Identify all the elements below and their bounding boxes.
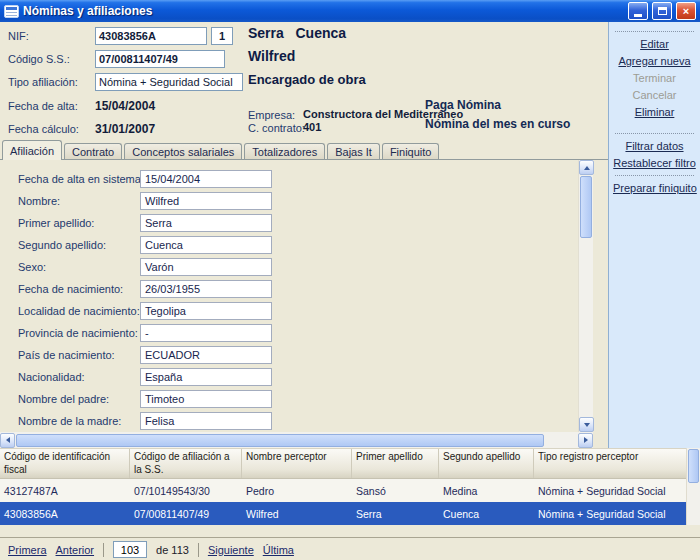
- nif-label: NIF:: [8, 30, 29, 42]
- nationality-label: Nacionalidad:: [18, 371, 140, 383]
- birth-province-input[interactable]: -: [140, 324, 272, 342]
- ss-code-label: Código S.S.:: [8, 53, 70, 65]
- maximize-icon: [658, 7, 667, 15]
- pager-previous-button[interactable]: Anterior: [56, 544, 95, 556]
- sidebar-separator: [615, 175, 694, 176]
- birth-date-input[interactable]: 26/03/1955: [140, 280, 272, 298]
- sidebar-item-agregar-nueva[interactable]: Agregar nueva: [613, 53, 696, 70]
- birth-town-input[interactable]: Tegolipa: [140, 302, 272, 320]
- scroll-up-button[interactable]: [579, 160, 594, 175]
- start-date-value: 15/04/2004: [95, 99, 155, 113]
- bottom-spacer: [0, 525, 700, 537]
- payroll-status-display: Nómina del mes en curso: [425, 117, 570, 131]
- name-display: Wilfred: [248, 48, 295, 64]
- v-scroll-track[interactable]: [579, 239, 593, 417]
- second-surname-input[interactable]: Cuenca: [140, 236, 272, 254]
- tab-bajas-it[interactable]: Bajas It: [327, 143, 380, 160]
- pager-next-button[interactable]: Siguiente: [208, 544, 254, 556]
- affiliation-type-label: Tipo afiliación:: [8, 76, 78, 88]
- grid-header-row: Código de identificación fiscal Código d…: [0, 448, 686, 479]
- scroll-down-button[interactable]: [579, 417, 594, 432]
- cell-segundo-apellido: Medina: [439, 485, 534, 497]
- birth-province-label: Provincia de nacimiento:: [18, 327, 140, 339]
- close-icon: ×: [683, 5, 689, 17]
- mother-name-input[interactable]: Felisa: [140, 412, 272, 430]
- main-body: NIF: 43083856A 1 Serra Cuenca Código S.S…: [0, 22, 700, 448]
- nif-input[interactable]: 43083856A: [95, 27, 207, 45]
- column-header-primer-apellido[interactable]: Primer apellido: [352, 449, 439, 478]
- contract-label: C. contrato:: [248, 122, 305, 134]
- vertical-scrollbar[interactable]: [578, 160, 593, 432]
- scroll-up-icon: [584, 166, 590, 170]
- scroll-left-icon: [6, 437, 10, 443]
- birth-town-label: Localidad de nacimiento:: [18, 305, 140, 317]
- column-header-ss-code[interactable]: Código de afiliación a la S.S.: [130, 449, 242, 478]
- v-scroll-thumb[interactable]: [580, 176, 592, 238]
- sex-input[interactable]: Varón: [140, 258, 272, 276]
- calc-date-label: Fecha cálculo:: [8, 123, 79, 135]
- tab-totalizadores[interactable]: Totalizadores: [244, 143, 325, 160]
- sidebar-item-filtrar-datos[interactable]: Filtrar datos: [613, 138, 696, 155]
- cell-primer-apellido: Sansó: [352, 485, 439, 497]
- column-header-nombre[interactable]: Nombre perceptor: [242, 449, 352, 478]
- table-row-selected[interactable]: 43083856A 07/00811407/49 Wilfred Serra C…: [0, 502, 686, 525]
- contract-value: 401: [303, 121, 321, 133]
- cell-tipo-registro: Nómina + Seguridad Social: [534, 508, 686, 520]
- scroll-left-button[interactable]: [0, 433, 15, 448]
- mother-name-label: Nombre de la madre:: [18, 415, 140, 427]
- cell-primer-apellido: Serra: [352, 508, 439, 520]
- system-start-date-input[interactable]: 15/04/2004: [140, 170, 272, 188]
- nationality-input[interactable]: España: [140, 368, 272, 386]
- job-title-display: Encargado de obra: [248, 72, 366, 87]
- tab-bar: Afiliación Contrato Conceptos salariales…: [0, 140, 608, 160]
- column-header-tipo-registro[interactable]: Tipo registro perceptor: [534, 449, 686, 478]
- scroll-right-button[interactable]: [578, 433, 593, 448]
- grid-scroll-thumb[interactable]: [688, 449, 699, 483]
- second-surname-label: Segundo apellido:: [18, 239, 140, 251]
- tab-afiliacion[interactable]: Afiliación: [2, 140, 62, 160]
- table-row[interactable]: 43127487A 07/10149543/30 Pedro Sansó Med…: [0, 479, 686, 502]
- affiliation-type-combo[interactable]: Nómina + Seguridad Social: [95, 73, 243, 91]
- birth-country-input[interactable]: ECUADOR: [140, 346, 272, 364]
- sidebar-item-terminar: Terminar: [613, 70, 696, 87]
- birth-date-label: Fecha de nacimiento:: [18, 283, 140, 295]
- minimize-button[interactable]: [628, 2, 648, 20]
- h-scroll-thumb[interactable]: [16, 434, 544, 447]
- ss-code-input[interactable]: 07/00811407/49: [95, 50, 225, 68]
- pager-first-button[interactable]: Primera: [8, 544, 47, 556]
- grid-table: Código de identificación fiscal Código d…: [0, 448, 686, 525]
- first-name-label: Nombre:: [18, 195, 140, 207]
- pager-last-button[interactable]: Última: [263, 544, 294, 556]
- main-column: NIF: 43083856A 1 Serra Cuenca Código S.S…: [0, 22, 608, 448]
- surname-display: Serra Cuenca: [248, 25, 346, 41]
- window-title: Nóminas y afiliaciones: [23, 4, 624, 18]
- affiliation-form: Fecha de alta en sistema:15/04/2004 Nomb…: [0, 160, 578, 432]
- pager-separator: [103, 543, 104, 557]
- column-header-cif[interactable]: Código de identificación fiscal: [0, 449, 130, 478]
- calc-date-value: 31/01/2007: [95, 122, 155, 136]
- tab-conceptos-salariales[interactable]: Conceptos salariales: [124, 143, 242, 160]
- nif-seq-input[interactable]: 1: [211, 27, 233, 45]
- tab-contrato[interactable]: Contrato: [64, 143, 122, 160]
- father-name-input[interactable]: Timoteo: [140, 390, 272, 408]
- sidebar-separator: [615, 133, 694, 134]
- first-surname-input[interactable]: Serra: [140, 214, 272, 232]
- close-button[interactable]: ×: [676, 2, 696, 20]
- birth-country-label: País de nacimiento:: [18, 349, 140, 361]
- sidebar-item-restablecer-filtro[interactable]: Restablecer filtro: [613, 155, 696, 172]
- cell-ss-code: 07/00811407/49: [130, 508, 242, 520]
- sidebar-item-preparar-finiquito[interactable]: Preparar finiquito: [613, 180, 696, 197]
- page-number-input[interactable]: 103: [113, 541, 147, 558]
- record-pager: Primera Anterior 103 de 113 Siguiente Úl…: [0, 537, 700, 560]
- first-name-input[interactable]: Wilfred: [140, 192, 272, 210]
- system-start-date-label: Fecha de alta en sistema:: [18, 173, 140, 185]
- sidebar-item-eliminar[interactable]: Eliminar: [613, 104, 696, 121]
- sidebar-item-editar[interactable]: Editar: [613, 36, 696, 53]
- grid-vertical-scrollbar[interactable]: [686, 448, 700, 525]
- horizontal-scrollbar[interactable]: [0, 432, 593, 448]
- maximize-button[interactable]: [652, 2, 672, 20]
- hscroll-row: [0, 432, 608, 448]
- tab-finiquito[interactable]: Finiquito: [382, 143, 440, 160]
- cell-ss-code: 07/10149543/30: [130, 485, 242, 497]
- column-header-segundo-apellido[interactable]: Segundo apellido: [439, 449, 534, 478]
